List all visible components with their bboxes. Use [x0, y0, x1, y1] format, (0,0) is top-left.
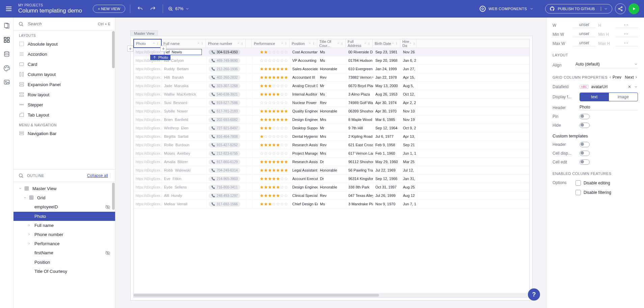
outline-node[interactable]: Master View — [14, 184, 115, 193]
cell-photo[interactable]: https://d3cg6cex... — [134, 65, 162, 73]
cell-name[interactable]: Ruddy Bettam — [162, 65, 207, 73]
cell-address[interactable]: 74989 Golf Way — [346, 99, 373, 107]
cell-photo[interactable]: https://d3cg6cex... — [134, 132, 162, 140]
scrollbar-thumb[interactable] — [112, 183, 115, 210]
cell-phone[interactable]: 317-692-1566 — [207, 200, 246, 208]
cell-name[interactable]: Amalia Blitzer — [162, 158, 207, 166]
cell-birthdate[interactable]: Apr 30, 1974 — [373, 99, 401, 107]
cell-phone[interactable]: 304-519-4350 — [207, 48, 246, 56]
cell-address[interactable]: 617 Vernon Lane — [346, 149, 373, 157]
toolbox-item[interactable]: Navigation Bar — [14, 128, 115, 138]
table-row[interactable]: https://d3cg6cex...Sybille Nower517-781-… — [134, 107, 529, 116]
table-row[interactable]: https://d3cg6cex...Jade Maruska323-307-1… — [134, 82, 529, 90]
cell-hiredate[interactable]: Oct 12, — [401, 90, 417, 98]
cell-hiredate[interactable]: Jun 27, — [401, 65, 417, 73]
cell-address[interactable]: 9 7th Hill — [346, 124, 373, 132]
cell-name[interactable]: Eyde Sellens — [162, 183, 207, 191]
column-header[interactable]: Full Address — [346, 39, 373, 48]
cell-hiredate[interactable]: Aug 5, — [401, 82, 417, 90]
cell-position[interactable]: Quality Engineer — [290, 107, 318, 115]
cell-toc[interactable]: Rev — [318, 73, 346, 81]
cell-position[interactable]: Sales Associate — [290, 65, 318, 73]
table-row[interactable]: https://d3cg6cex...Birgitta Sarfati816-4… — [134, 132, 529, 141]
table-row[interactable]: https://d3cg6cex...Amalia Blitzer917-660… — [134, 158, 529, 166]
cell-address[interactable]: 56 Pawling Trail — [346, 166, 373, 174]
cell-birthdate[interactable]: Jan 22, 1978 — [373, 73, 401, 81]
cell-performance[interactable] — [252, 48, 290, 56]
cell-hiredate[interactable]: Nov 26 — [401, 48, 417, 56]
cell-name[interactable]: Brien Banfield — [162, 116, 207, 124]
cell-hiredate[interactable]: Apr 13, — [401, 132, 417, 140]
column-header[interactable]: Hire Da — [400, 39, 417, 48]
cell-name[interactable]: Jade Maruska — [162, 82, 207, 90]
toolbox-item[interactable]: Tab Layout — [14, 110, 115, 120]
hide-toggle[interactable] — [580, 123, 590, 128]
toolbox-item[interactable]: Card — [14, 59, 115, 69]
cell-performance[interactable] — [252, 183, 290, 191]
rail-theme[interactable] — [3, 64, 11, 72]
cell-photo[interactable]: https://d3cg6cex... — [134, 90, 162, 98]
rail-data[interactable] — [3, 50, 11, 58]
table-row[interactable]: https://d3cg6cex...Ruddy Bettam212-260-1… — [134, 65, 529, 73]
cell-phone[interactable]: 248-493-1297 — [207, 191, 246, 200]
horizontal-scrollbar[interactable] — [134, 293, 529, 297]
disable-filtering-checkbox[interactable] — [575, 190, 581, 195]
cell-hiredate[interactable]: Jul 12, — [401, 166, 417, 174]
cell-hiredate[interactable]: Aug 12 — [401, 191, 417, 200]
cell-position[interactable]: Nuclear Power E... — [290, 99, 318, 107]
table-row[interactable]: https://d3cg6cex...Hilli Barukh402-260-2… — [134, 73, 529, 82]
cell-birthdate[interactable]: Sep 12, 1964 — [373, 124, 401, 132]
cell-phone[interactable]: 469-749-9690 — [207, 56, 246, 65]
help-button[interactable]: ? — [528, 288, 540, 301]
cell-photo[interactable]: https://d3cg6cex... — [134, 175, 162, 183]
cell-address[interactable]: 96112 Shoshone... — [346, 158, 373, 166]
maxw-input[interactable]: unset — [573, 41, 596, 46]
table-row[interactable]: https://d3cg6cex...Moses Axelbey212-823-… — [134, 149, 529, 158]
cell-birthdate[interactable]: Mar 6, 1985 — [373, 116, 401, 124]
rail-pages[interactable] — [3, 22, 11, 30]
cell-position[interactable]: VP Accounting — [290, 56, 318, 65]
cell-address[interactable]: 00 Riverside Drive — [346, 48, 373, 56]
cell-phone[interactable]: 202-693-6082 — [207, 116, 246, 124]
cell-birthdate[interactable]: Apr 30, 1970 — [373, 107, 401, 115]
table-row[interactable]: https://d3cg6cex...Rollie Burdoun915-427… — [134, 141, 529, 149]
cell-performance[interactable] — [252, 166, 290, 174]
cell-phone[interactable]: 540-638-3921 — [207, 90, 246, 98]
cell-name[interactable]: Alfi Hundy — [162, 191, 207, 200]
cell-position[interactable]: Clinical Specialist — [290, 191, 318, 200]
cell-address[interactable]: 01784 Hudson T... — [346, 56, 373, 65]
rail-components[interactable] — [3, 36, 11, 44]
cell-phone[interactable]: 212-823-6755 — [207, 149, 246, 157]
cell-birthdate[interactable]: Sep 12, 1966 — [373, 175, 401, 183]
disable-editing-checkbox[interactable] — [575, 180, 581, 186]
cell-address[interactable]: 610 Evergreen T... — [346, 65, 373, 73]
cell-toc[interactable]: Ms — [318, 200, 346, 208]
cell-name[interactable]: Hilli Barukh — [162, 73, 207, 81]
height-input[interactable]: -- — [615, 22, 638, 28]
table-row[interactable]: https://d3cg6cex...Walliw MacKettrick540… — [134, 90, 529, 99]
add-column-left[interactable]: + — [127, 46, 133, 52]
add-column-right[interactable]: + — [160, 46, 166, 52]
cell-address[interactable]: 621 East Crossing — [346, 141, 373, 149]
cell-position[interactable]: Chief Design Eng... — [290, 200, 318, 208]
cell-toc[interactable]: Ms — [318, 56, 346, 65]
cell-name[interactable]: Birgitta Sarfati — [162, 132, 207, 140]
cell-position[interactable]: Design Engineer — [290, 183, 318, 191]
zoom-control[interactable]: 67% — [168, 6, 189, 11]
table-row[interactable]: https://d3cg6cex...Eve Fitkin214-965-390… — [134, 175, 529, 183]
cell-position[interactable]: Account Executive — [290, 175, 318, 183]
cell-photo[interactable]: https://d3cg6cex... — [134, 191, 162, 200]
scrollbar-thumb[interactable] — [112, 31, 115, 68]
menu-button[interactable] — [3, 3, 14, 14]
maxh-input[interactable]: -- — [615, 41, 638, 46]
cell-photo[interactable]: https://d3cg6cex... — [134, 141, 162, 149]
cell-birthdate[interactable]: Feb 1, 1960 — [373, 149, 401, 157]
pin-toggle[interactable] — [580, 114, 590, 119]
cell-photo[interactable]: https://d3cg6cex... — [134, 99, 162, 107]
cell-performance[interactable] — [252, 107, 290, 115]
cell-performance[interactable] — [252, 200, 290, 208]
cell-toc[interactable]: Mr — [318, 124, 346, 132]
artboard[interactable]: Photo + + PhotoFull namePhone numberPerf… — [130, 36, 533, 301]
cell-position[interactable]: Desktop Support... — [290, 124, 318, 132]
table-row[interactable]: https://d3cg6cex...Melisa Verrall317-692… — [134, 200, 529, 208]
